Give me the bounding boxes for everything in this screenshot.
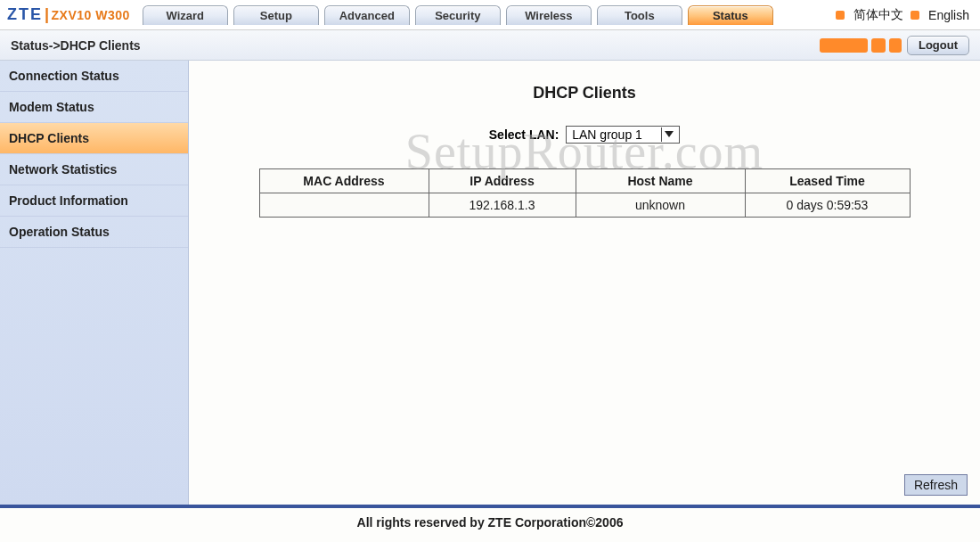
table-row: 192.168.1.3 unknown 0 days 0:59:53 [259, 193, 910, 218]
col-mac: MAC Address [259, 169, 429, 193]
top-header: ZTE | ZXV10 W300 Wizard Setup Advanced S… [0, 0, 980, 30]
page-title: DHCP Clients [207, 84, 962, 103]
cell-host: unknown [576, 193, 745, 218]
tab-advanced[interactable]: Advanced [324, 5, 410, 25]
tab-wizard[interactable]: Wizard [143, 5, 228, 25]
sidebar: Connection Status Modem Status DHCP Clie… [0, 61, 189, 505]
tab-tools[interactable]: Tools [597, 5, 682, 25]
select-lan-label: Select LAN: [489, 127, 559, 142]
lang-dot-icon [911, 11, 919, 20]
language-switch: 简体中文 English [836, 7, 980, 23]
cell-mac [259, 193, 429, 218]
logout-area: Logout [820, 36, 969, 55]
select-lan-row: Select LAN: LAN group 1 [207, 126, 962, 144]
lang-english[interactable]: English [928, 8, 969, 22]
logout-button[interactable]: Logout [907, 36, 969, 55]
brand: ZTE | ZXV10 W300 [7, 5, 130, 24]
tab-status[interactable]: Status [688, 5, 773, 25]
svg-marker-0 [665, 131, 674, 137]
tab-security[interactable]: Security [415, 5, 501, 25]
col-host: Host Name [576, 169, 745, 193]
sidebar-item-connection-status[interactable]: Connection Status [0, 61, 188, 92]
tab-wireless[interactable]: Wireless [506, 5, 592, 25]
col-ip: IP Address [429, 169, 576, 193]
main-area: Connection Status Modem Status DHCP Clie… [0, 61, 980, 508]
brand-logo: ZTE [7, 5, 43, 24]
sidebar-item-operation-status[interactable]: Operation Status [0, 217, 188, 248]
tab-setup[interactable]: Setup [233, 5, 319, 25]
chevron-down-icon [661, 127, 675, 142]
col-lease: Leased Time [745, 169, 910, 193]
decorative-bars-icon [820, 38, 902, 53]
content-panel: SetupRouter.com DHCP Clients Select LAN:… [189, 61, 980, 505]
brand-model: ZXV10 W300 [52, 8, 130, 22]
refresh-button[interactable]: Refresh [904, 474, 968, 496]
dhcp-clients-table: MAC Address IP Address Host Name Leased … [259, 168, 911, 218]
subheader: Status->DHCP Clients Logout [0, 30, 980, 61]
sidebar-item-modem-status[interactable]: Modem Status [0, 92, 188, 123]
sidebar-item-dhcp-clients[interactable]: DHCP Clients [0, 123, 188, 154]
table-header-row: MAC Address IP Address Host Name Leased … [259, 169, 910, 193]
lang-dot-icon [836, 11, 845, 20]
sidebar-item-product-information[interactable]: Product Information [0, 185, 188, 217]
cell-lease: 0 days 0:59:53 [745, 193, 910, 218]
brand-separator: | [45, 5, 50, 24]
dhcp-table-wrap: MAC Address IP Address Host Name Leased … [207, 168, 962, 218]
select-lan-dropdown[interactable]: LAN group 1 [566, 126, 680, 144]
select-lan-value: LAN group 1 [572, 127, 642, 142]
lang-chinese[interactable]: 简体中文 [853, 7, 903, 23]
cell-ip: 192.168.1.3 [429, 193, 576, 218]
nav-tabs: Wizard Setup Advanced Security Wireless … [143, 5, 773, 25]
footer-text: All rights reserved by ZTE Corporation©2… [0, 508, 980, 530]
breadcrumb: Status->DHCP Clients [11, 38, 141, 53]
sidebar-item-network-statistics[interactable]: Network Statistics [0, 154, 188, 185]
